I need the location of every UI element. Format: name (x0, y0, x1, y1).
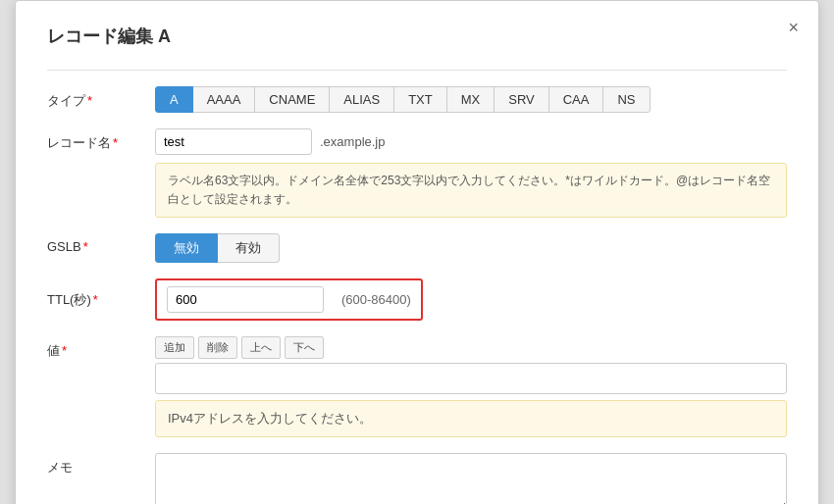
memo-row: メモ (47, 453, 787, 504)
value-up-button[interactable]: 上へ (241, 336, 281, 359)
value-toolbar: 追加 削除 上へ 下へ (155, 336, 787, 359)
gslb-label: GSLB* (47, 233, 155, 254)
divider (47, 70, 787, 71)
ttl-label: TTL(秒)* (47, 291, 155, 309)
type-tab-caa[interactable]: CAA (548, 86, 604, 113)
gslb-toggle-group: 無効 有効 (155, 233, 787, 263)
value-hint: IPv4アドレスを入力してください。 (155, 400, 787, 437)
record-name-row: レコード名* .example.jp ラベル名63文字以内。ドメイン名全体で25… (47, 128, 787, 218)
ttl-row: TTL(秒)* (600-86400) (47, 278, 787, 321)
record-name-label: レコード名* (47, 128, 155, 152)
record-name-info: ラベル名63文字以内。ドメイン名全体で253文字以内で入力してください。*はワイ… (155, 163, 787, 218)
ttl-content: (600-86400) (155, 278, 787, 321)
memo-label: メモ (47, 453, 155, 477)
close-button[interactable]: × (788, 19, 799, 36)
record-name-field-group: .example.jp (155, 128, 787, 155)
type-tab-mx[interactable]: MX (446, 86, 495, 113)
type-tab-group: A AAAA CNAME ALIAS TXT MX SRV CAA NS (155, 86, 787, 113)
value-input[interactable] (155, 363, 787, 394)
type-tab-cname[interactable]: CNAME (254, 86, 330, 113)
ttl-field-wrapper: (600-86400) (155, 278, 423, 321)
gslb-toggle-enable[interactable]: 有効 (217, 233, 280, 263)
type-tab-ns[interactable]: NS (602, 86, 650, 113)
ttl-hint: (600-86400) (341, 292, 411, 307)
type-tab-alias[interactable]: ALIAS (329, 86, 394, 113)
dialog-title: レコード編集 A (47, 25, 787, 48)
memo-content (155, 453, 787, 504)
record-name-input[interactable] (155, 128, 312, 155)
type-tab-srv[interactable]: SRV (494, 86, 549, 113)
memo-textarea[interactable] (155, 453, 787, 504)
value-label: 値* (47, 336, 155, 360)
gslb-row: GSLB* 無効 有効 (47, 233, 787, 263)
value-down-button[interactable]: 下へ (285, 336, 324, 359)
type-tabs-container: A AAAA CNAME ALIAS TXT MX SRV CAA NS (155, 86, 787, 113)
ttl-input[interactable] (167, 286, 324, 313)
type-tab-aaaa[interactable]: AAAA (192, 86, 256, 113)
gslb-content: 無効 有効 (155, 233, 787, 263)
record-name-content: .example.jp ラベル名63文字以内。ドメイン名全体で253文字以内で入… (155, 128, 787, 218)
value-row: 値* 追加 削除 上へ 下へ IPv4アドレスを入力してください。 (47, 336, 787, 437)
value-add-button[interactable]: 追加 (155, 336, 194, 359)
value-content: 追加 削除 上へ 下へ IPv4アドレスを入力してください。 (155, 336, 787, 437)
type-row: タイプ* A AAAA CNAME ALIAS TXT MX SRV CAA N… (47, 86, 787, 113)
type-tab-txt[interactable]: TXT (393, 86, 447, 113)
type-tab-a[interactable]: A (155, 86, 193, 113)
domain-suffix: .example.jp (320, 134, 385, 149)
gslb-toggle-disable[interactable]: 無効 (155, 233, 218, 263)
type-label: タイプ* (47, 86, 155, 110)
edit-record-dialog: レコード編集 A × タイプ* A AAAA CNAME ALIAS TXT M… (15, 0, 819, 504)
value-delete-button[interactable]: 削除 (198, 336, 237, 359)
